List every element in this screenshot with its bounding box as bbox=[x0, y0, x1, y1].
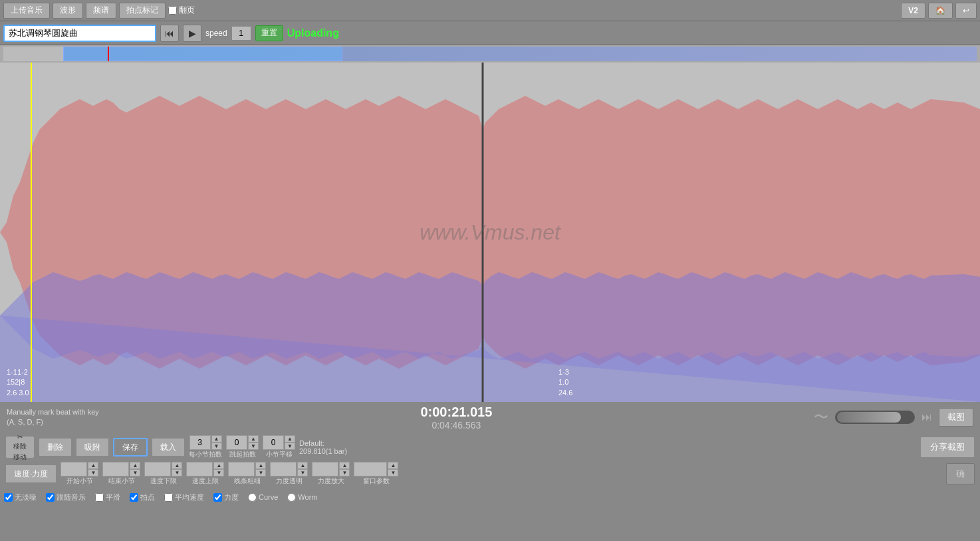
save-button[interactable]: 保存 bbox=[113, 438, 148, 456]
move-button[interactable]: ✂ 移除 移动 bbox=[5, 436, 35, 458]
bars-spinner[interactable]: ▲ ▼ bbox=[189, 435, 222, 450]
load-button[interactable]: 载入 bbox=[152, 438, 185, 456]
bars-input[interactable] bbox=[189, 435, 211, 450]
end-bar-up[interactable]: ▲ bbox=[130, 462, 140, 469]
bars-spin-col: ▲ ▼ bbox=[211, 435, 222, 450]
start-bar-up[interactable]: ▲ bbox=[88, 462, 98, 469]
beat-start-spinner[interactable]: ▲ ▼ bbox=[226, 435, 259, 450]
speed-force-button[interactable]: 速度·力度 bbox=[5, 464, 57, 483]
rewind-icon: ⏮ bbox=[165, 28, 174, 39]
no-silence-checkbox[interactable] bbox=[4, 493, 13, 502]
curve-radio-label[interactable]: Curve bbox=[248, 493, 278, 502]
start-bar-down[interactable]: ▼ bbox=[88, 469, 98, 476]
avg-speed-label[interactable]: 平均速度 bbox=[164, 492, 204, 502]
end-bar-input[interactable] bbox=[102, 462, 129, 476]
worm-radio[interactable] bbox=[287, 493, 296, 502]
bars-up[interactable]: ▲ bbox=[211, 435, 222, 443]
window-param-down[interactable]: ▼ bbox=[388, 469, 398, 476]
beat-start-down[interactable]: ▼ bbox=[248, 443, 259, 450]
line-thickness-spinner[interactable]: ▲ ▼ bbox=[228, 462, 266, 476]
line-thickness-input[interactable] bbox=[228, 462, 255, 476]
home-button[interactable]: 🏠 bbox=[928, 3, 953, 19]
flip-checkbox[interactable] bbox=[168, 6, 177, 15]
screenshot-button[interactable]: 截图 bbox=[939, 408, 973, 427]
force-zoom-spinner[interactable]: ▲ ▼ bbox=[312, 462, 350, 476]
force-checkbox[interactable] bbox=[213, 493, 222, 502]
speed-upper-input[interactable] bbox=[186, 462, 213, 476]
speed-lower-spinner[interactable]: ▲ ▼ bbox=[144, 462, 182, 476]
bar-shift-down[interactable]: ▼ bbox=[285, 443, 295, 450]
upload-music-button[interactable]: 上传音乐 bbox=[3, 3, 50, 19]
force-label[interactable]: 力度 bbox=[213, 492, 239, 502]
volume-slider[interactable] bbox=[835, 411, 915, 424]
accompany-checkbox[interactable] bbox=[46, 493, 55, 502]
uploading-status: Uploading bbox=[287, 27, 339, 39]
speed-upper-up[interactable]: ▲ bbox=[213, 462, 224, 469]
speed-lower-down[interactable]: ▼ bbox=[172, 469, 182, 476]
bars-down[interactable]: ▼ bbox=[211, 443, 222, 450]
smooth-checkbox[interactable] bbox=[95, 493, 104, 502]
bar-shift-spinner[interactable]: ▲ ▼ bbox=[263, 435, 295, 450]
bar-shift-input[interactable] bbox=[263, 435, 284, 450]
ctrl-row2: 速度·力度 ▲ ▼ 开始小节 ▲ ▼ 结束小节 bbox=[5, 462, 975, 486]
start-bar-input[interactable] bbox=[61, 462, 87, 476]
reset-button[interactable]: 重置 bbox=[255, 25, 283, 41]
start-bar-spinner[interactable]: ▲ ▼ bbox=[61, 462, 98, 476]
avg-speed-checkbox[interactable] bbox=[164, 493, 173, 502]
speed-upper-down[interactable]: ▼ bbox=[213, 469, 224, 476]
spectrum-button[interactable]: 频谱 bbox=[86, 3, 116, 19]
fast-forward-icon[interactable]: ⏭ bbox=[921, 411, 932, 423]
line-thickness-group: ▲ ▼ 线条粗细 bbox=[228, 462, 266, 486]
force-zoom-input[interactable] bbox=[312, 462, 338, 476]
song-title-input[interactable] bbox=[3, 25, 156, 42]
minimap[interactable] bbox=[3, 47, 977, 61]
waveform-button[interactable]: 波形 bbox=[53, 3, 83, 19]
window-param-spinner[interactable]: ▲ ▼ bbox=[354, 462, 398, 476]
absorb-button[interactable]: 吸附 bbox=[76, 438, 109, 456]
beat-checkbox[interactable] bbox=[130, 493, 138, 502]
force-zoom-down[interactable]: ▼ bbox=[339, 469, 350, 476]
beat-start-input[interactable] bbox=[226, 435, 247, 450]
beat-start-up[interactable]: ▲ bbox=[248, 435, 259, 443]
beat-hint-line2: (A, S, D, F) bbox=[7, 417, 99, 427]
line-thickness-up[interactable]: ▲ bbox=[255, 462, 266, 469]
accompany-text: 跟随音乐 bbox=[57, 492, 86, 502]
delete-button[interactable]: 删除 bbox=[39, 438, 72, 456]
no-silence-label[interactable]: 无淡噪 bbox=[4, 492, 37, 502]
end-bar-spinner[interactable]: ▲ ▼ bbox=[102, 462, 140, 476]
speed-upper-spinner[interactable]: ▲ ▼ bbox=[186, 462, 224, 476]
end-bar-down[interactable]: ▼ bbox=[130, 469, 140, 476]
force-alpha-up[interactable]: ▲ bbox=[297, 462, 308, 469]
window-param-label: 窗口参数 bbox=[363, 476, 390, 486]
speed-lower-up[interactable]: ▲ bbox=[172, 462, 182, 469]
play-button[interactable]: ▶ bbox=[183, 25, 201, 42]
undo-button[interactable]: ↩ bbox=[955, 3, 977, 19]
beatmark-button[interactable]: 拍点标记 bbox=[119, 3, 166, 19]
curve-worm-radio-group: Curve Worm bbox=[248, 493, 317, 502]
force-alpha-down[interactable]: ▼ bbox=[297, 469, 308, 476]
window-param-input[interactable] bbox=[354, 462, 387, 476]
force-alpha-input[interactable] bbox=[270, 462, 297, 476]
force-zoom-up[interactable]: ▲ bbox=[339, 462, 350, 469]
curve-radio[interactable] bbox=[248, 493, 257, 502]
version-button[interactable]: V2 bbox=[901, 3, 925, 19]
second-row: ⏮ ▶ speed 重置 Uploading bbox=[0, 21, 980, 45]
force-alpha-label: 力度透明 bbox=[276, 476, 303, 486]
worm-radio-label[interactable]: Worm bbox=[287, 493, 317, 502]
beat-label[interactable]: 拍点 bbox=[130, 492, 155, 502]
speed-lower-input[interactable] bbox=[144, 462, 171, 476]
rewind-button[interactable]: ⏮ bbox=[160, 25, 179, 42]
window-param-up[interactable]: ▲ bbox=[388, 462, 398, 469]
waveform-area[interactable]: www.Vmus.net 1-11-2 152|8 2.6 3.0 1-3 1.… bbox=[0, 63, 980, 402]
speed-input[interactable] bbox=[231, 26, 251, 41]
accompany-label[interactable]: 跟随音乐 bbox=[46, 492, 86, 502]
speed-lower-group: ▲ ▼ 速度下限 bbox=[144, 462, 182, 486]
bar-shift-up[interactable]: ▲ bbox=[285, 435, 295, 443]
confirm-button[interactable]: 确 bbox=[946, 463, 975, 484]
smooth-label[interactable]: 平滑 bbox=[95, 492, 120, 502]
beat-start-spin-col: ▲ ▼ bbox=[248, 435, 259, 450]
share-screenshot-button[interactable]: 分享截图 bbox=[920, 437, 975, 458]
force-alpha-spinner[interactable]: ▲ ▼ bbox=[270, 462, 308, 476]
default-info: Default: 209.810(1 bar) bbox=[299, 439, 347, 455]
line-thickness-down[interactable]: ▼ bbox=[255, 469, 266, 476]
